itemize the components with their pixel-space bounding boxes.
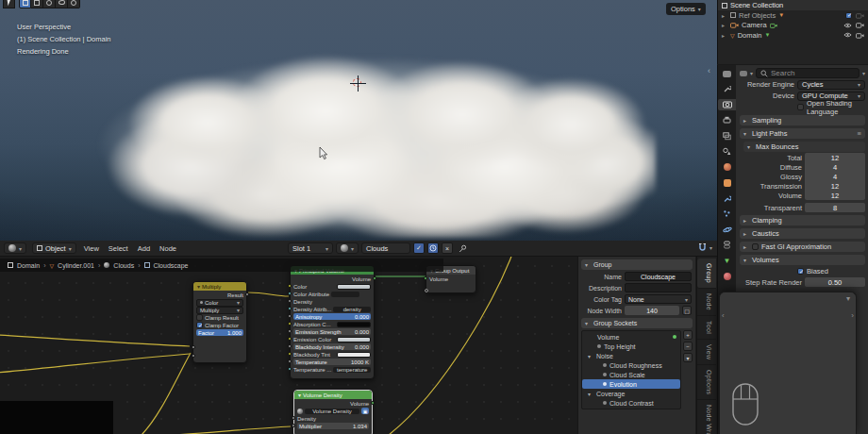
breadcrumb-material[interactable]: Clouds [113, 262, 134, 269]
tab-group[interactable]: Group [697, 259, 716, 289]
tab-tool[interactable] [720, 84, 734, 95]
biased-checkbox[interactable] [797, 268, 804, 275]
tab-output[interactable] [720, 115, 734, 126]
tool-select-lasso[interactable] [56, 0, 68, 8]
anisotropy-row[interactable]: Anisotropy0.000 [293, 313, 371, 320]
tool-select-box[interactable] [19, 0, 31, 8]
osl-checkbox[interactable] [797, 104, 804, 110]
menu-select[interactable]: Select [107, 244, 130, 253]
tab-node-wrangler[interactable]: Node Wrangler [697, 400, 716, 434]
color-attribute-field[interactable] [331, 292, 359, 297]
expand-icon[interactable]: ▸ [722, 22, 727, 28]
volume-output-socket[interactable] [373, 276, 376, 280]
color-row[interactable]: Color [293, 283, 371, 290]
socket-specials-button[interactable]: ▾ [683, 353, 693, 362]
blackbody-tint-socket[interactable] [288, 352, 292, 356]
clamp-factor-checkbox[interactable] [196, 322, 203, 328]
output-socket[interactable] [245, 292, 249, 296]
volume-input-socket[interactable] [424, 276, 427, 280]
chevron-down-icon[interactable]: ▾ [709, 244, 712, 251]
tab-tool[interactable]: Tool [697, 316, 716, 340]
sampling-panel-header[interactable]: ▸Sampling [740, 115, 865, 125]
tab-object[interactable] [720, 177, 734, 189]
breadcrumb-domain[interactable]: Domain [17, 262, 40, 269]
multiplier-slider[interactable]: Multiplier1.034 [297, 423, 369, 429]
blackbody-tint-swatch[interactable] [337, 352, 371, 358]
temperature-row[interactable]: Temperature1000 K [293, 359, 371, 365]
breadcrumb-mesh[interactable]: Cylinder.001 [58, 262, 94, 269]
output-row[interactable]: Volume [293, 275, 371, 282]
volume-input-row[interactable]: Volume [429, 275, 473, 282]
name-field[interactable]: Cloudscape [625, 272, 692, 281]
socket-panel-coverage[interactable]: ▾Coverage [582, 389, 680, 398]
socket-evolution-selected[interactable]: Evolution [582, 379, 680, 389]
shield-user-button[interactable] [427, 242, 439, 254]
snap-magnet-icon[interactable] [698, 242, 707, 252]
browse-material-button[interactable]: ▾ [336, 242, 359, 254]
camera-visibility-icon[interactable] [856, 12, 864, 19]
add-socket-button[interactable]: + [683, 330, 693, 340]
socket-volume[interactable]: Volume [582, 332, 680, 342]
color-socket[interactable] [288, 284, 292, 288]
render-engine-dropdown[interactable]: Cycles▾ [797, 80, 865, 90]
tab-physics[interactable] [720, 224, 734, 235]
emission-strength-row[interactable]: Emission Strength0.000 [293, 328, 371, 335]
filter-dropdown-icon[interactable]: ▾ [862, 70, 865, 76]
tab-constraints[interactable] [720, 240, 734, 251]
breadcrumb-editor-icon[interactable] [740, 71, 747, 76]
output-row[interactable]: Result [196, 292, 243, 298]
shader-mode-dropdown[interactable]: Object▾ [32, 242, 76, 254]
emission-color-socket[interactable] [288, 337, 292, 341]
light-paths-panel-header[interactable]: ▾Light Paths≡ [740, 128, 865, 139]
glossy-slider[interactable]: 4 [805, 172, 865, 181]
fake-user-button[interactable]: ✓ [413, 242, 425, 254]
color-swatch[interactable] [337, 284, 371, 290]
volume-output-socket[interactable] [371, 401, 375, 405]
operation-dropdown[interactable]: Multiply▾ [196, 307, 243, 314]
material-name-field[interactable]: Clouds [361, 242, 410, 254]
node-volume-density[interactable]: ▾Volume Density Volume Volume Density▣ D… [293, 390, 373, 434]
node-multiply[interactable]: ▾Multiply Result Color▾ Multiply▾ Clamp … [192, 281, 247, 363]
menu-add[interactable]: Add [136, 244, 152, 253]
temperature-attr-row[interactable]: Temperature ...temperature [293, 366, 371, 373]
clamping-panel-header[interactable]: ▸Clamping [740, 215, 865, 225]
breadcrumb-nodegroup[interactable]: Cloudscape [154, 262, 189, 269]
outliner-row-camera[interactable]: ▸ Camera [718, 21, 868, 31]
tab-scene[interactable] [720, 146, 734, 158]
options-button[interactable]: Options ▾ [666, 3, 706, 15]
tool-select-tweak[interactable] [31, 0, 43, 8]
tab-material[interactable] [720, 271, 734, 282]
multiplier-row[interactable]: Multiplier1.034 [297, 423, 369, 429]
diffuse-slider[interactable]: 4 [805, 162, 865, 172]
density-input-row[interactable]: Density [297, 415, 369, 422]
socket-cloud-coverage[interactable]: Cloud Coverage [582, 408, 680, 409]
caustics-panel-header[interactable]: ▸Caustics [740, 228, 865, 239]
type-dropdown-row[interactable]: Color▾ [196, 299, 243, 306]
temperature-slider[interactable]: Temperature1000 K [293, 359, 371, 365]
factor-row[interactable]: Factor1.000 [196, 329, 243, 336]
color-attribute-row[interactable]: Color Attribute [293, 291, 371, 297]
camera-visibility-icon[interactable] [856, 32, 864, 39]
camera-visibility-icon[interactable] [856, 22, 864, 28]
remove-socket-button[interactable]: − [683, 342, 693, 351]
tab-data[interactable]: ▼ [720, 255, 734, 266]
outliner-row-domain[interactable]: ▸ ▽ Domain ▼ [718, 30, 868, 41]
emission-strength-socket[interactable] [288, 329, 292, 333]
group-sockets-header[interactable]: ▾Group Sockets [581, 318, 693, 328]
tab-particles[interactable] [720, 209, 734, 220]
hide-eye-icon[interactable] [843, 32, 852, 38]
color-tag-dropdown[interactable]: None▾ [625, 294, 692, 304]
tool-cursor[interactable] [68, 0, 80, 8]
absorption-row[interactable]: Absorption C... [293, 321, 371, 327]
properties-search-box[interactable]: Search [756, 68, 860, 78]
hide-eye-icon[interactable] [843, 23, 852, 28]
node-width-slider[interactable]: 140 [625, 306, 679, 315]
socket-top-height[interactable]: Top Height [582, 342, 680, 351]
density-socket[interactable] [288, 299, 292, 303]
tab-render[interactable] [718, 99, 736, 110]
volume-slider[interactable]: 12 [805, 191, 865, 200]
tab-options[interactable]: Options [697, 365, 716, 400]
max-bounces-subpanel-header[interactable]: ▾Max Bounces [743, 142, 865, 152]
tab-world[interactable] [720, 161, 734, 173]
node-multiply-header[interactable]: ▾Multiply [193, 282, 246, 291]
